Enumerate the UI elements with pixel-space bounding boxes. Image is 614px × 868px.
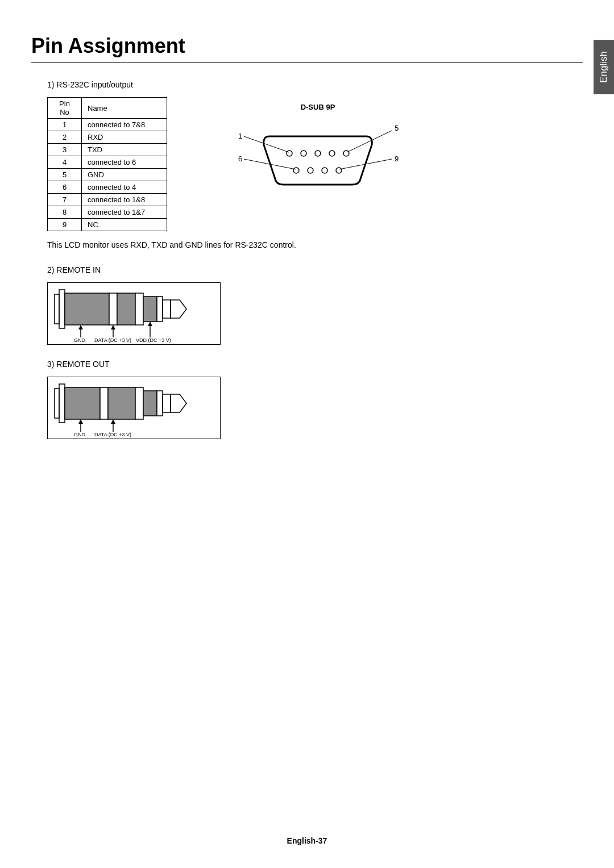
svg-marker-23: [78, 325, 83, 329]
svg-rect-36: [163, 394, 171, 412]
remote-in-diagram: GND DATA (DC +3 V) VDD (DC +3 V): [47, 282, 221, 345]
svg-rect-30: [65, 387, 100, 419]
section3-label: 3) REMOTE OUT: [47, 360, 583, 369]
svg-rect-34: [143, 391, 157, 416]
table-row: Pin No Name: [48, 98, 167, 119]
svg-marker-25: [111, 325, 115, 329]
pin-6-label: 6: [238, 155, 242, 163]
svg-point-0: [287, 151, 292, 156]
svg-rect-35: [157, 391, 163, 416]
svg-point-2: [315, 151, 321, 156]
pin-9-label: 9: [395, 155, 399, 163]
svg-rect-32: [108, 387, 135, 419]
svg-line-12: [339, 159, 392, 169]
svg-marker-38: [78, 419, 83, 424]
language-tab-label: English: [598, 51, 609, 83]
svg-rect-17: [117, 293, 135, 325]
svg-rect-31: [100, 387, 108, 419]
svg-point-1: [301, 151, 306, 156]
svg-rect-15: [65, 293, 109, 325]
remote-out-data: DATA (DC +3 V): [94, 432, 131, 437]
svg-point-3: [329, 151, 335, 156]
pin-1-label: 1: [238, 132, 242, 140]
pin-table: Pin No Name 1connected to 7&8 2RXD 3TXD …: [47, 97, 167, 231]
title-rule: [31, 62, 583, 63]
page: Pin Assignment 1) RS-232C input/output P…: [0, 0, 614, 439]
svg-rect-29: [59, 384, 65, 423]
svg-marker-27: [148, 322, 152, 326]
remote-out-diagram: GND DATA (DC +3 V): [47, 377, 221, 439]
pin-5-label: 5: [395, 124, 399, 132]
svg-point-6: [308, 168, 313, 173]
remote-out-svg: [48, 377, 220, 439]
content: 1) RS-232C input/output Pin No Name 1con…: [31, 80, 583, 439]
language-tab: English: [594, 40, 614, 94]
svg-rect-16: [109, 293, 117, 325]
table-row: 3TXD: [48, 144, 167, 156]
svg-point-5: [293, 168, 299, 173]
th-pinno: Pin No: [48, 98, 82, 119]
remote-in-svg: [48, 283, 220, 344]
svg-rect-28: [55, 389, 59, 418]
svg-rect-20: [157, 297, 163, 322]
svg-rect-21: [163, 300, 171, 318]
table-row: 1connected to 7&8: [48, 119, 167, 131]
dsub-diagram: D-SUB 9P: [230, 103, 406, 201]
remote-out-gnd: GND: [74, 432, 85, 437]
remote-in-data: DATA (DC +3 V): [94, 337, 131, 343]
section2-label: 2) REMOTE IN: [47, 265, 583, 274]
svg-point-7: [322, 168, 327, 173]
table-row: 5GND: [48, 169, 167, 181]
table-row: 8connected to 1&7: [48, 206, 167, 219]
page-title: Pin Assignment: [31, 34, 583, 58]
dsub-svg: 1 5 6 9: [230, 114, 406, 199]
svg-marker-40: [111, 419, 115, 424]
section1-label: 1) RS-232C input/output: [47, 80, 583, 89]
svg-rect-19: [143, 297, 157, 322]
table-row: 7connected to 1&8: [48, 194, 167, 206]
svg-point-8: [336, 168, 342, 173]
th-name: Name: [82, 98, 167, 119]
svg-rect-18: [135, 293, 143, 325]
table-row: 2RXD: [48, 131, 167, 144]
table-row: 6connected to 4: [48, 181, 167, 194]
svg-rect-33: [135, 387, 143, 419]
remote-in-vdd: VDD (DC +3 V): [136, 337, 171, 343]
page-footer: English-37: [0, 836, 614, 845]
table-row: 9NC: [48, 219, 167, 231]
dsub-title: D-SUB 9P: [230, 103, 406, 111]
table-row: 4connected to 6: [48, 156, 167, 169]
svg-line-10: [347, 131, 392, 152]
svg-rect-14: [59, 290, 65, 328]
svg-rect-13: [55, 294, 59, 324]
rs232-note: This LCD monitor uses RXD, TXD and GND l…: [47, 240, 583, 249]
remote-in-gnd: GND: [74, 337, 85, 343]
row1: Pin No Name 1connected to 7&8 2RXD 3TXD …: [47, 97, 583, 231]
